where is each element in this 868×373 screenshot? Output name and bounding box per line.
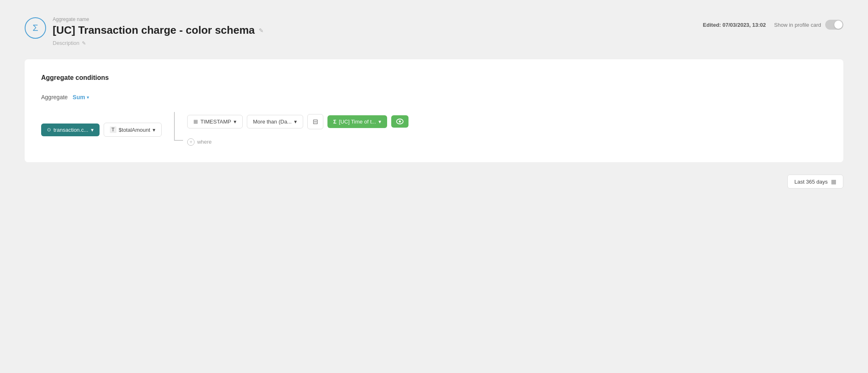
aggregate-name-label: Aggregate name	[53, 16, 264, 22]
sum-label: Sum	[73, 94, 85, 100]
description-row: Description ✎	[53, 40, 264, 46]
timestamp-pill[interactable]: ▦ TIMESTAMP ▾	[187, 115, 243, 128]
field-pill[interactable]: T $totalAmount ▾	[104, 123, 162, 137]
bottom-section: Last 365 days ▦	[25, 170, 843, 193]
edited-label: Edited:	[703, 22, 721, 28]
last-days-label: Last 365 days	[794, 179, 828, 185]
edited-date: 07/03/2023, 13:02	[722, 22, 766, 28]
svg-point-1	[399, 121, 401, 123]
show-profile-toggle[interactable]	[825, 20, 843, 30]
header-left: Σ Aggregate name [UC] Transaction charge…	[25, 16, 264, 46]
save-icon-button[interactable]: ⊟	[307, 114, 323, 129]
timestamp-label: TIMESTAMP	[200, 119, 231, 125]
aggregate-ref-label: [UC] Time of t...	[339, 119, 376, 125]
field-chevron-icon: ▾	[153, 127, 155, 133]
title-edit-icon[interactable]: ✎	[259, 27, 264, 34]
source-chevron-icon: ▾	[91, 127, 94, 133]
header-right: Edited: 07/03/2023, 13:02 Show in profil…	[703, 20, 843, 30]
aggregate-conditions-card: Aggregate conditions Aggregate Sum ▾ ⊙ t…	[25, 59, 843, 162]
where-add-row: + where	[187, 138, 408, 146]
show-profile-label: Show in profile card	[774, 22, 821, 28]
eye-icon-button[interactable]	[391, 115, 408, 128]
source-pill[interactable]: ⊙ transaction.c... ▾	[41, 124, 100, 136]
comparison-pill[interactable]: More than (Da... ▾	[247, 115, 303, 128]
where-label: where	[197, 139, 211, 145]
field-label: $totalAmount	[119, 127, 151, 133]
aggregate-title: [UC] Transaction charge - color schema	[53, 24, 255, 37]
where-add-button[interactable]: + where	[187, 138, 211, 146]
last-days-button[interactable]: Last 365 days ▦	[787, 175, 843, 189]
source-label: transaction.c...	[53, 127, 88, 133]
edited-info: Edited: 07/03/2023, 13:02	[703, 22, 766, 28]
eye-icon	[396, 119, 404, 124]
sum-dropdown[interactable]: Sum ▾	[73, 94, 89, 100]
header-section: Σ Aggregate name [UC] Transaction charge…	[25, 16, 843, 46]
text-t-icon: T	[110, 126, 116, 133]
calendar-small-icon: ▦	[831, 178, 836, 185]
calendar-icon: ▦	[193, 119, 198, 124]
aggregate-row: Aggregate Sum ▾	[41, 94, 827, 100]
aggregate-ref-chevron-icon: ▾	[378, 119, 381, 125]
sum-chevron-icon: ▾	[87, 95, 89, 100]
condition-row: ⊙ transaction.c... ▾ T $totalAmount ▾	[41, 112, 827, 147]
sub-condition-row: ▦ TIMESTAMP ▾ More than (Da... ▾	[187, 114, 408, 129]
card-title: Aggregate conditions	[41, 74, 827, 82]
sigma-icon: Σ	[25, 17, 46, 39]
sigma-small-icon: Σ	[333, 119, 337, 125]
aggregate-title-row: [UC] Transaction charge - color schema ✎	[53, 24, 264, 37]
db-icon: ⊙	[47, 127, 51, 133]
comparison-label: More than (Da...	[253, 119, 292, 125]
timestamp-chevron-icon: ▾	[234, 119, 237, 125]
header-text-group: Aggregate name [UC] Transaction charge -…	[53, 16, 264, 46]
plus-icon: +	[187, 138, 195, 146]
comparison-chevron-icon: ▾	[294, 119, 297, 125]
description-edit-icon[interactable]: ✎	[82, 40, 86, 46]
save-icon: ⊟	[313, 118, 318, 126]
description-label: Description	[53, 40, 79, 46]
aggregate-ref-pill[interactable]: Σ [UC] Time of t... ▾	[327, 115, 387, 128]
connector-area: ▦ TIMESTAMP ▾ More than (Da... ▾	[174, 112, 408, 147]
show-profile-row: Show in profile card	[774, 20, 843, 30]
aggregate-row-label: Aggregate	[41, 94, 68, 100]
